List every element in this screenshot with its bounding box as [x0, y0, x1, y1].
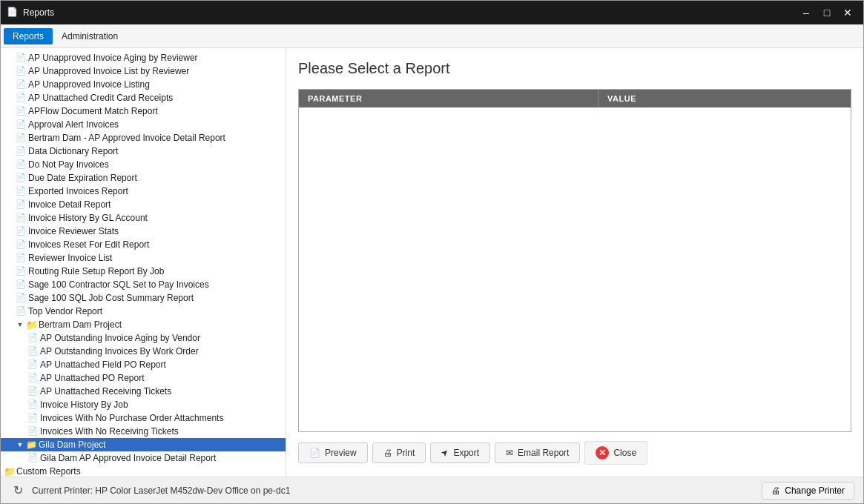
sidebar-item-do-not-pay[interactable]: 📄 Do Not Pay Invoices — [1, 158, 286, 171]
close-report-button[interactable]: ✕ Close — [584, 441, 647, 465]
sidebar-label: AP Unattached Field PO Report — [40, 359, 166, 370]
sidebar-item-ap-unapproved-list[interactable]: 📄 AP Unapproved Invoice List by Reviewer — [1, 64, 286, 78]
menu-reports[interactable]: Reports — [4, 28, 53, 44]
sidebar-item-invoices-reset[interactable]: 📄 Invoices Reset For Edit Report — [1, 238, 286, 251]
sidebar-folder-custom[interactable]: 📁 Custom Reports — [1, 465, 286, 477]
sidebar-label: AP Unapproved Invoice Aging by Reviewer — [28, 53, 198, 63]
main-window: 📄 Reports – □ ✕ Reports Administration 📄… — [0, 0, 864, 504]
sidebar-item-reviewer-invoice-list[interactable]: 📄 Reviewer Invoice List — [1, 251, 286, 265]
close-window-button[interactable]: ✕ — [838, 4, 857, 21]
doc-icon: 📄 — [16, 173, 26, 183]
doc-icon: 📄 — [16, 253, 26, 263]
content-area: 📄 AP Unapproved Invoice Aging by Reviewe… — [1, 48, 863, 477]
preview-label: Preview — [325, 448, 357, 458]
sidebar-item-ap-unapproved-aging[interactable]: 📄 AP Unapproved Invoice Aging by Reviewe… — [1, 51, 286, 64]
sidebar-folder-bertram[interactable]: ▼ 📁 Bertram Dam Project — [1, 318, 286, 331]
sidebar-item-ap-outstanding-aging[interactable]: 📄 AP Outstanding Invoice Aging by Vendor — [1, 331, 286, 345]
table-body — [299, 107, 851, 374]
sidebar-item-top-vendor[interactable]: 📄 Top Vendor Report — [1, 305, 286, 318]
sidebar-label: Gila Dam Project — [39, 440, 106, 450]
minimize-button[interactable]: – — [797, 4, 816, 21]
sidebar-folder-gila[interactable]: ▼ 📁 Gila Dam Project — [1, 438, 286, 451]
sidebar-item-due-date[interactable]: 📄 Due Date Expiration Report — [1, 171, 286, 185]
sidebar-scroll[interactable]: 📄 AP Unapproved Invoice Aging by Reviewe… — [1, 48, 286, 477]
doc-icon: 📄 — [27, 453, 38, 463]
sidebar-item-gila-ap[interactable]: 📄 Gila Dam AP Approved Invoice Detail Re… — [1, 451, 286, 465]
sidebar-label: APFlow Document Match Report — [28, 106, 158, 116]
sidebar-item-exported[interactable]: 📄 Exported Invoices Report — [1, 185, 286, 198]
export-button[interactable]: ➤ Export — [430, 442, 490, 463]
sidebar-item-sage100-contractor[interactable]: 📄 Sage 100 Contractor SQL Set to Pay Inv… — [1, 278, 286, 291]
panel-title: Please Select a Report — [298, 60, 851, 77]
sidebar-label: Exported Invoices Report — [28, 186, 128, 196]
printer-name: HP Color LaserJet M452dw-Dev Office on p… — [95, 485, 290, 496]
sidebar-item-invoice-reviewer-stats[interactable]: 📄 Invoice Reviewer Stats — [1, 225, 286, 238]
doc-icon: 📄 — [16, 293, 26, 303]
status-bar: ↻ Current Printer: HP Color LaserJet M45… — [1, 477, 863, 503]
sidebar-item-sage100-sql[interactable]: 📄 Sage 100 SQL Job Cost Summary Report — [1, 291, 286, 305]
sidebar-item-bertram-ap[interactable]: 📄 Bertram Dam - AP Approved Invoice Deta… — [1, 131, 286, 145]
sidebar-item-apflow[interactable]: 📄 APFlow Document Match Report — [1, 105, 286, 118]
preview-button[interactable]: 📄 Preview — [298, 442, 368, 463]
doc-icon: 📄 — [16, 119, 26, 130]
sidebar-item-invoice-history-job[interactable]: 📄 Invoice History By Job — [1, 398, 286, 411]
change-printer-button[interactable]: 🖨 Change Printer — [762, 482, 854, 500]
print-icon: 🖨 — [383, 448, 392, 458]
email-report-button[interactable]: ✉ Email Report — [495, 442, 580, 463]
table-header: PARAMETER VALUE — [299, 90, 851, 107]
doc-icon: 📄 — [16, 266, 26, 276]
sidebar-item-ap-outstanding-workorder[interactable]: 📄 AP Outstanding Invoices By Work Order — [1, 345, 286, 358]
sidebar-label: Reviewer Invoice List — [28, 253, 112, 263]
sidebar-label: AP Unattached Receiving Tickets — [40, 386, 171, 397]
sidebar-label: AP Outstanding Invoice Aging by Vendor — [40, 333, 200, 343]
folder-icon: 📁 — [26, 319, 36, 330]
sidebar-item-ap-unattached-po[interactable]: 📄 AP Unattached PO Report — [1, 371, 286, 385]
close-label: Close — [613, 448, 636, 458]
refresh-button[interactable]: ↻ — [10, 483, 26, 499]
sidebar-item-ap-unattached-credit[interactable]: 📄 AP Unattached Credit Card Receipts — [1, 91, 286, 105]
report-toolbar: 📄 Preview 🖨 Print ➤ Export ✉ Email Repor… — [298, 441, 851, 465]
sidebar-item-invoice-history-gl[interactable]: 📄 Invoice History By GL Account — [1, 211, 286, 225]
sidebar-item-ap-unattached-receiving[interactable]: 📄 AP Unattached Receiving Tickets — [1, 385, 286, 398]
doc-icon: 📄 — [16, 53, 26, 63]
sidebar-label: AP Outstanding Invoices By Work Order — [40, 346, 199, 357]
sidebar-label: Do Not Pay Invoices — [28, 159, 109, 170]
sidebar-label: Routing Rule Setup Report By Job — [28, 266, 164, 276]
title-bar: 📄 Reports – □ ✕ — [1, 1, 863, 24]
sidebar-label: Invoice Detail Report — [28, 199, 111, 210]
sidebar-label: Invoices Reset For Edit Report — [28, 239, 149, 250]
collapse-icon: ▼ — [16, 440, 24, 449]
maximize-button[interactable]: □ — [817, 4, 837, 21]
doc-icon: 📄 — [27, 373, 38, 383]
table-header-value: VALUE — [598, 90, 851, 107]
export-icon: ➤ — [439, 447, 452, 460]
export-label: Export — [453, 448, 479, 458]
window-controls: – □ ✕ — [797, 4, 857, 21]
sidebar-item-invoice-detail[interactable]: 📄 Invoice Detail Report — [1, 198, 286, 211]
doc-icon: 📄 — [27, 386, 38, 397]
doc-icon: 📄 — [16, 199, 26, 210]
sidebar-label: Invoice History By Job — [40, 399, 128, 410]
sidebar-label: Invoices With No Purchase Order Attachme… — [40, 413, 223, 423]
sidebar-label: Custom Reports — [16, 466, 81, 477]
report-table: PARAMETER VALUE — [298, 89, 851, 432]
sidebar-item-invoices-no-receiving[interactable]: 📄 Invoices With No Receiving Tickets — [1, 425, 286, 438]
sidebar-label: Invoice Reviewer Stats — [28, 226, 119, 236]
doc-icon: 📄 — [16, 239, 26, 250]
doc-icon: 📄 — [27, 359, 38, 370]
sidebar-label: Top Vendor Report — [28, 306, 102, 316]
sidebar-item-data-dictionary[interactable]: 📄 Data Dictionary Report — [1, 145, 286, 158]
sidebar-label: Sage 100 Contractor SQL Set to Pay Invoi… — [28, 279, 209, 290]
sidebar-item-ap-unapproved-listing[interactable]: 📄 AP Unapproved Invoice Listing — [1, 78, 286, 91]
sidebar-item-invoices-no-po[interactable]: 📄 Invoices With No Purchase Order Attach… — [1, 411, 286, 425]
sidebar-item-ap-unattached-field-po[interactable]: 📄 AP Unattached Field PO Report — [1, 358, 286, 371]
sidebar-label: Gila Dam AP Approved Invoice Detail Repo… — [40, 453, 216, 463]
doc-icon: 📄 — [27, 333, 38, 343]
menu-administration[interactable]: Administration — [53, 28, 127, 44]
doc-icon: 📄 — [16, 306, 26, 316]
printer-icon: 🖨 — [771, 485, 780, 496]
print-button[interactable]: 🖨 Print — [372, 442, 426, 463]
doc-icon: 📄 — [16, 93, 26, 103]
sidebar-item-approval-alert[interactable]: 📄 Approval Alert Invoices — [1, 118, 286, 131]
sidebar-item-routing-rule[interactable]: 📄 Routing Rule Setup Report By Job — [1, 265, 286, 278]
